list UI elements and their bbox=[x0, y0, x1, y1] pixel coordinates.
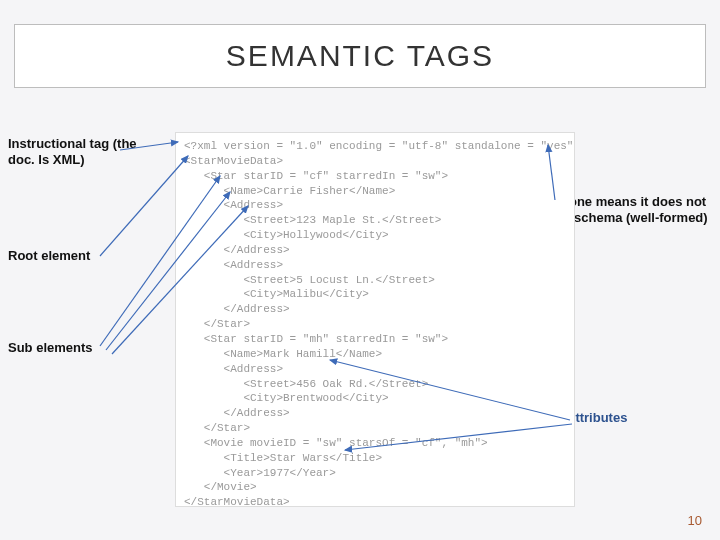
title-band: SEMANTIC TAGS bbox=[14, 24, 706, 88]
label-root-element: Root element bbox=[8, 248, 148, 264]
xml-code-panel: <?xml version = "1.0" encoding = "utf-8"… bbox=[175, 132, 575, 507]
page-number: 10 bbox=[688, 513, 702, 528]
page-title: SEMANTIC TAGS bbox=[226, 39, 494, 73]
label-instructional-tag: Instructional tag (the doc. Is XML) bbox=[8, 136, 153, 169]
label-sub-elements: Sub elements bbox=[8, 340, 148, 356]
label-attributes: Attributes bbox=[566, 410, 686, 426]
